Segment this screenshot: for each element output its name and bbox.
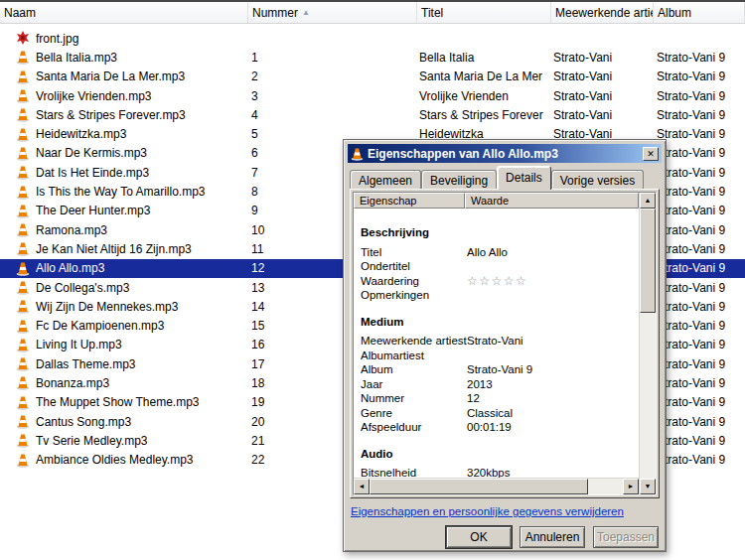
properties-dialog: Eigenschappen van Allo Allo.mp3 ✕ Algeme… [343,139,667,552]
property-value: Strato-Vani 9 [467,363,639,375]
property-row[interactable]: Audio [354,447,639,462]
vlc-cone-icon [16,356,30,371]
property-label: Genre [361,407,467,419]
file-row[interactable]: Bella Italia.mp3 1 Bella Italia Strato-V… [0,48,745,67]
file-name: Stars & Stripes Forever.mp3 [36,108,186,122]
file-title: Santa Maria De La Mer [417,70,551,83]
vlc-cone-icon [16,261,30,276]
vertical-scrollbar[interactable]: ▲ ▼ [639,193,656,494]
property-row[interactable]: Beschrijving [354,225,639,240]
scroll-right-icon[interactable]: ► [623,479,639,494]
file-name: Naar De Kermis.mp3 [36,146,147,160]
property-label: Titel [361,246,467,258]
column-header[interactable]: Titel [417,2,551,23]
file-album: Strato-Vani 9 [654,223,745,237]
column-header[interactable]: Meewerkende artiest... [551,2,654,23]
property-label: Album [361,363,467,375]
file-album: Strato-Vani 9 [654,434,745,448]
property-label: Audio [361,448,467,460]
file-row[interactable]: Stars & Stripes Forever.mp3 4 Stars & St… [0,105,745,124]
properties-list-main: Eigenschap Waarde Beschrijving Tite [354,193,639,494]
dialog-titlebar[interactable]: Eigenschappen van Allo Allo.mp3 ✕ [348,144,662,163]
vlc-cone-icon [16,50,30,65]
file-number: 3 [248,89,417,103]
grid-header-eigenschap[interactable]: Eigenschap [354,193,465,209]
vlc-cone-icon [16,338,30,352]
property-row[interactable]: Genre Classical [354,406,639,421]
file-name: The Muppet Show Theme.mp3 [36,395,200,409]
apply-button[interactable]: Toepassen [593,526,659,548]
file-artist: Strato-Vani [551,70,654,83]
grid-header-waarde[interactable]: Waarde [465,193,639,209]
file-row[interactable]: Santa Maria De La Mer.mp3 2 Santa Maria … [0,68,745,86]
property-row[interactable]: Afspeelduur 00:01:19 [354,420,639,435]
property-row[interactable]: Albumartiest [354,349,639,363]
explorer-window: Naam Nummer ▲ Titel Meewerkende artiest.… [0,0,745,560]
vertical-scrollbar-track[interactable] [640,313,656,479]
file-album: Strato-Vani 9 [654,300,745,314]
tab[interactable]: Beveiliging [421,170,497,190]
file-album: Strato-Vani 9 [654,319,745,333]
file-name: Allo Allo.mp3 [36,261,104,275]
dialog-button-row: OK Annuleren Toepassen [351,526,659,548]
remove-properties-link[interactable]: Eigenschappen en persoonlijke gegevens v… [351,505,659,517]
column-header-label: Nummer [252,6,298,20]
horizontal-scrollbar-thumb[interactable] [370,479,588,494]
vlc-cone-icon [16,146,30,161]
property-row[interactable]: Waardering ☆☆☆☆☆ [354,274,639,289]
column-header[interactable]: Nummer ▲ [248,2,417,23]
file-name-cell: Fc De Kampioenen.mp3 [0,319,248,334]
vertical-scrollbar-thumb[interactable] [640,209,656,313]
property-row[interactable]: Bitsnelheid 320kbps [354,466,639,478]
scroll-down-icon[interactable]: ▼ [640,479,656,494]
file-name-cell: Naar De Kermis.mp3 [0,146,248,161]
file-album: Strato-Vani 9 [654,338,745,351]
vlc-cone-icon [16,453,30,468]
file-album: Strato-Vani 9 [654,185,745,199]
file-artist: Strato-Vani [551,108,654,122]
file-album: Strato-Vani 9 [654,127,745,141]
vlc-cone-icon [16,280,30,295]
property-label: Beschrijving [361,226,467,238]
property-row[interactable]: Album Strato-Vani 9 [354,362,639,377]
cancel-button[interactable]: Annuleren [520,526,585,548]
ok-button[interactable]: OK [446,526,512,548]
file-name: Dat Is Het Einde.mp3 [36,166,149,180]
file-album: Strato-Vani 9 [654,166,745,180]
tab[interactable]: Algemeen [350,170,421,190]
file-name-cell: Ambiance Oldies Medley.mp3 [0,453,248,468]
file-row[interactable]: Vrolijke Vrienden.mp3 3 Vrolijke Vriende… [0,86,745,105]
vlc-cone-icon [16,107,30,122]
property-row[interactable]: Nummer 12 [354,391,639,406]
property-value: Strato-Vani [467,335,639,347]
tab[interactable]: Details [497,166,551,190]
tab[interactable]: Vorige versies [551,170,644,190]
property-label: Afspeelduur [361,421,467,433]
column-header[interactable]: Naam [0,2,248,23]
file-row[interactable]: front.jpg [0,29,745,48]
property-row[interactable]: Opmerkingen [354,288,639,303]
property-row[interactable]: Meewerkende artiesten Strato-Vani [354,334,639,349]
horizontal-scrollbar[interactable]: ◄ ► [354,478,639,494]
scroll-up-icon[interactable]: ▲ [640,193,656,209]
file-album: Strato-Vani 9 [654,146,745,160]
file-name-cell: Cantus Song.mp3 [0,414,248,429]
file-album: Strato-Vani 9 [654,281,745,295]
file-album: Strato-Vani 9 [654,204,745,217]
file-album: Strato-Vani 9 [654,108,745,122]
file-album: Strato-Vani 9 [654,242,745,256]
column-header[interactable]: Album [654,2,745,23]
file-name-cell: The Deer Hunter.mp3 [0,204,248,218]
horizontal-scrollbar-track[interactable] [588,479,623,494]
file-album: Strato-Vani 9 [654,70,745,83]
close-button[interactable]: ✕ [643,147,659,161]
file-name: Ambiance Oldies Medley.mp3 [36,453,194,467]
scroll-left-icon[interactable]: ◄ [354,479,370,494]
property-row[interactable]: Ondertitel [354,259,639,274]
property-row[interactable]: Medium [354,315,639,330]
property-row[interactable]: Jaar 2013 [354,377,639,392]
property-value: Allo Allo [467,246,639,258]
vlc-cone-icon [16,241,30,256]
property-row[interactable]: Titel Allo Allo [354,245,639,260]
file-name-cell: Bella Italia.mp3 [0,50,248,65]
